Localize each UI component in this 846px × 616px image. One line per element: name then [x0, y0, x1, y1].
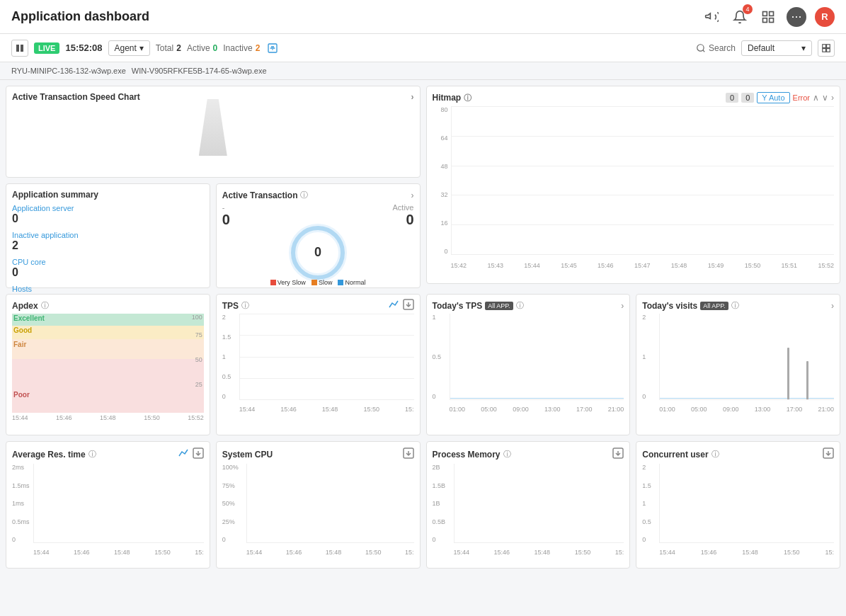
svg-rect-0	[763, 11, 767, 16]
hitmap-chart: 80 64 48 32 16 0 15:42 15:43	[433, 106, 835, 269]
top-bar-left: Application dashboard	[11, 9, 149, 24]
avg-res-info[interactable]: ⓘ	[88, 449, 96, 460]
hitmap-x-4: 15:46	[598, 262, 614, 269]
concurrent-info[interactable]: ⓘ	[711, 449, 719, 460]
cpu-chart: 100% 75% 50% 25% 0 15:44 15:46 15:48 15:…	[222, 464, 414, 556]
cpu-download-icon[interactable]	[403, 447, 414, 461]
hitmap-up-icon[interactable]: ∧	[813, 93, 819, 103]
visits-yaxis: 2 1 0	[642, 314, 658, 400]
apdex-poor	[12, 359, 204, 413]
toolbar: LIVE 15:52:08 Agent ▾ Total 2 Active 0 I…	[0, 34, 846, 62]
dashboard-icon[interactable]	[758, 7, 778, 27]
cpu-header: System CPU	[222, 447, 414, 461]
svg-rect-10	[823, 48, 826, 52]
tps-actions	[389, 299, 414, 312]
concurrent-chart: 2 1.5 1 0.5 0 15:44 15:46 15:48 15:50 15…	[642, 464, 834, 556]
apdex-fair-label: Fair	[13, 341, 26, 348]
y-label-32: 32	[433, 191, 448, 198]
apdex-poor-label: Poor	[13, 391, 30, 399]
avg-res-line-icon[interactable]	[178, 447, 190, 461]
app-summary-title: Application summary	[12, 190, 204, 200]
agent-tab-1[interactable]: WIN-V905RFKFE5B-174-65-w3wp.exe	[132, 65, 273, 76]
todays-tps-chart: 1 0.5 0 01:00 05:00 09:00 13:00 17:00	[433, 314, 624, 413]
hitmap-controls: 0 0 Y Auto Error ∧ ∨ ›	[726, 92, 834, 103]
memory-info[interactable]: ⓘ	[503, 449, 511, 460]
svg-rect-5	[21, 45, 23, 52]
tps-info-icon[interactable]: ⓘ	[241, 300, 249, 311]
tps-download-icon[interactable]	[403, 299, 414, 312]
apdex-panel: Apdex ⓘ Excellent Good Fair	[6, 294, 210, 435]
speed-chart-panel: Active Transaction Speed Chart ›	[6, 86, 421, 178]
apdex-good-label: Good	[13, 326, 32, 334]
visits-header: Today's visits All APP. ⓘ ›	[642, 300, 834, 311]
filter-icon[interactable]	[265, 41, 280, 55]
hitmap-x-0: 15:42	[451, 262, 467, 269]
legend-normal: Normal	[338, 279, 365, 286]
avatar[interactable]: R	[815, 7, 835, 27]
hitmap-header: Hitmap ⓘ 0 0 Y Auto Error ∧ ∨ ›	[433, 92, 835, 103]
agent-tabs: RYU-MINIPC-136-132-w3wp.exe WIN-V905RFKF…	[0, 62, 846, 80]
legend-very-slow: Very Slow	[270, 279, 306, 286]
memory-download-icon[interactable]	[612, 451, 624, 461]
apdex-good	[12, 326, 204, 340]
default-dropdown[interactable]: Default ▾	[741, 40, 812, 56]
svg-rect-1	[770, 11, 774, 16]
memory-yaxis: 2B 1.5B 1B 0.5B 0	[433, 464, 452, 543]
avg-res-download-icon[interactable]	[193, 447, 204, 461]
concurrent-area	[659, 464, 834, 543]
avg-res-chart: 2ms 1.5ms 1ms 0.5ms 0 15:44 15:46 15:48 …	[12, 464, 204, 556]
visits-info[interactable]: ⓘ	[731, 300, 739, 311]
yauto-button[interactable]: Y Auto	[757, 92, 789, 103]
apdex-info-icon[interactable]: ⓘ	[41, 300, 49, 311]
y-label-64: 64	[433, 135, 448, 142]
pause-button[interactable]	[11, 40, 28, 57]
system-cpu-panel: System CPU 100% 75% 50% 25% 0	[216, 441, 421, 569]
hitmap-x-5: 15:47	[634, 262, 651, 269]
active-stat: Active 0	[187, 43, 217, 53]
time-display: 15:52:08	[65, 42, 102, 53]
y-label-0: 0	[433, 248, 448, 255]
at-info-icon[interactable]: ⓘ	[300, 190, 308, 200]
todays-tps-expand[interactable]: ›	[621, 301, 624, 311]
svg-rect-8	[823, 44, 826, 47]
layout-button[interactable]	[818, 40, 835, 57]
avg-res-area	[33, 464, 204, 543]
visits-xaxis: 01:00 05:00 09:00 13:00 17:00 21:00	[659, 406, 834, 413]
hitmap-x-3: 15:45	[561, 262, 577, 269]
agent-dropdown[interactable]: Agent ▾	[108, 40, 150, 56]
hitmap-down-icon[interactable]: ∨	[822, 93, 828, 103]
row-bottom: Average Res. time ⓘ 2ms 1.5ms	[6, 441, 840, 569]
at-right: Active 0	[393, 203, 414, 228]
concurrent-download-icon[interactable]	[823, 451, 834, 461]
ttps-area	[450, 314, 624, 400]
hitmap-x-1: 15:43	[487, 262, 503, 269]
tps-area	[239, 314, 414, 400]
notification-badge: 4	[743, 4, 753, 14]
visits-spike-2	[806, 361, 808, 399]
at-expand[interactable]: ›	[411, 190, 414, 200]
notification-icon[interactable]: 4	[730, 7, 750, 27]
svg-rect-4	[16, 45, 19, 52]
megaphone-icon[interactable]	[702, 7, 721, 27]
app-server-item: Application server 0	[12, 204, 204, 225]
svg-rect-9	[827, 44, 830, 47]
slow-dot	[311, 280, 317, 285]
speed-chart-expand[interactable]: ›	[411, 92, 414, 102]
todays-tps-header: Today's TPS All APP. ⓘ ›	[433, 300, 624, 311]
search-button[interactable]: Search	[696, 43, 736, 53]
visits-expand[interactable]: ›	[831, 301, 834, 311]
apdex-chart: Excellent Good Fair Poor 100 75 50 25	[12, 314, 204, 413]
hitmap-x-2: 15:44	[524, 262, 540, 269]
tps-line-icon[interactable]	[389, 299, 400, 312]
summary-transaction-row: Application summary Application server 0…	[6, 183, 421, 288]
more-icon[interactable]: ···	[787, 7, 806, 27]
hitmap-next-icon[interactable]: ›	[831, 93, 834, 103]
hitmap-info-icon[interactable]: ⓘ	[464, 93, 471, 103]
concurrent-xaxis: 15:44 15:46 15:48 15:50 15:	[659, 549, 834, 556]
y-label-16: 16	[433, 219, 448, 227]
apdex-excellent-label: Excellent	[13, 314, 45, 322]
speed-chart-area	[12, 106, 414, 156]
agent-tab-0[interactable]: RYU-MINIPC-136-132-w3wp.exe	[11, 65, 132, 76]
todays-tps-info[interactable]: ⓘ	[516, 300, 524, 311]
at-count: 0	[222, 212, 230, 228]
